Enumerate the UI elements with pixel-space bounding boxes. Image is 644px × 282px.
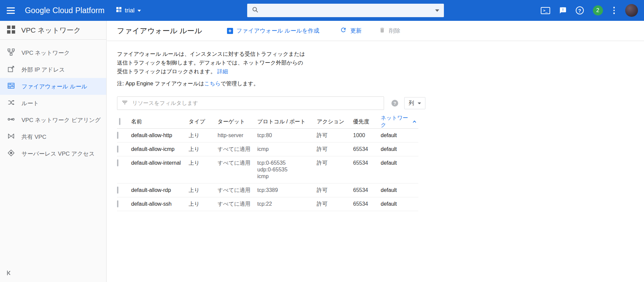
table-header-row: 名前 タイプ ターゲット プロトコル / ポート アクション 優先度 ネットワー… bbox=[117, 115, 418, 129]
filter-input[interactable] bbox=[132, 100, 380, 106]
table-row: default-allow-rdp 上り すべてに適用 tcp:3389 許可 … bbox=[117, 184, 418, 197]
refresh-icon bbox=[340, 27, 347, 35]
app-engine-note: 注: App Engine ファイアウォールはこちらで管理します。 bbox=[117, 80, 644, 87]
page-toolbar: ファイアウォール ルール + ファイアウォール ルールを作成 更新 削除 bbox=[107, 21, 644, 41]
table-row: default-allow-internal 上り すべてに適用 tcp:0-6… bbox=[117, 156, 418, 184]
columns-button[interactable]: 列 bbox=[404, 97, 425, 109]
learn-more-link[interactable]: 詳細 bbox=[217, 69, 228, 74]
sidebar-item-vpc-networks[interactable]: VPC ネットワーク bbox=[0, 44, 106, 61]
sidebar-item-shared-vpc[interactable]: 共有 VPC bbox=[0, 128, 106, 145]
column-header-action[interactable]: アクション bbox=[317, 118, 353, 125]
vpc-network-icon bbox=[7, 48, 15, 57]
table-row: default-allow-icmp 上り すべてに適用 icmp 許可 655… bbox=[117, 143, 418, 156]
rule-name[interactable]: default-allow-rdp bbox=[131, 184, 189, 197]
sort-ascending-icon bbox=[413, 121, 416, 124]
account-avatar[interactable] bbox=[625, 4, 638, 17]
sidebar: VPC ネットワーク VPC ネットワーク 外部 IP アドレス ファイアウォー… bbox=[0, 21, 107, 282]
description-text: ファイアウォール ルールは、インスタンスに対する受信トラフィックまたは送信トラフ… bbox=[117, 50, 308, 76]
column-header-network[interactable]: ネットワーク bbox=[381, 115, 418, 129]
resource-filter bbox=[117, 96, 384, 110]
search-icon bbox=[252, 6, 259, 14]
create-firewall-rule-button[interactable]: + ファイアウォール ルールを作成 bbox=[227, 27, 319, 35]
feedback-icon[interactable] bbox=[559, 7, 567, 14]
menu-icon[interactable] bbox=[7, 6, 15, 14]
routes-icon bbox=[7, 99, 15, 108]
delete-button[interactable]: 削除 bbox=[379, 27, 400, 35]
filter-bar: ? 列 bbox=[117, 96, 644, 110]
column-header-protocol[interactable]: プロトコル / ポート bbox=[257, 118, 317, 125]
search-dropdown-icon[interactable] bbox=[435, 9, 439, 12]
notifications-badge[interactable]: 2 bbox=[593, 5, 603, 15]
page-title: ファイアウォール ルール bbox=[117, 26, 202, 36]
refresh-button[interactable]: 更新 bbox=[340, 27, 362, 35]
main-content: ファイアウォール ルール + ファイアウォール ルールを作成 更新 削除 ファイ… bbox=[107, 21, 644, 282]
chevron-down-icon bbox=[138, 10, 141, 12]
column-header-name[interactable]: 名前 bbox=[131, 118, 189, 125]
select-all-checkbox[interactable] bbox=[119, 118, 120, 125]
external-ip-icon bbox=[7, 65, 15, 74]
firewall-rules-table: 名前 タイプ ターゲット プロトコル / ポート アクション 優先度 ネットワー… bbox=[117, 115, 418, 211]
rule-name[interactable]: default-allow-ssh bbox=[131, 197, 189, 211]
more-options-icon[interactable] bbox=[612, 5, 616, 15]
global-search bbox=[247, 4, 444, 17]
serverless-vpc-icon bbox=[7, 149, 15, 158]
vpc-logo-icon bbox=[7, 25, 15, 35]
brand-title[interactable]: Google Cloud Platform bbox=[25, 0, 105, 21]
row-checkbox[interactable] bbox=[117, 159, 118, 166]
project-icon bbox=[116, 7, 122, 14]
row-checkbox[interactable] bbox=[117, 200, 118, 207]
app-engine-firewall-link[interactable]: こちら bbox=[204, 81, 221, 86]
intro-section: ファイアウォール ルールは、インスタンスに対する受信トラフィックまたは送信トラフ… bbox=[107, 41, 644, 87]
project-selector[interactable]: trial bbox=[116, 0, 141, 21]
top-app-bar: Google Cloud Platform trial >_ ? 2 bbox=[0, 0, 644, 21]
shared-vpc-icon bbox=[7, 132, 15, 142]
filter-icon bbox=[121, 99, 128, 107]
sidebar-title: VPC ネットワーク bbox=[21, 26, 81, 35]
firewall-icon bbox=[7, 82, 15, 91]
rule-name[interactable]: default-allow-icmp bbox=[131, 143, 189, 156]
cloud-shell-icon[interactable]: >_ bbox=[541, 7, 550, 14]
sidebar-header: VPC ネットワーク bbox=[0, 21, 106, 40]
row-checkbox[interactable] bbox=[117, 187, 118, 194]
filter-help-icon[interactable]: ? bbox=[391, 100, 398, 107]
column-header-priority[interactable]: 優先度 bbox=[353, 118, 381, 125]
table-row: default-allow-http 上り http-server tcp:80… bbox=[117, 129, 418, 143]
row-checkbox[interactable] bbox=[117, 146, 118, 153]
row-checkbox[interactable] bbox=[117, 132, 118, 139]
help-icon[interactable]: ? bbox=[576, 6, 584, 14]
topbar-actions: >_ ? 2 bbox=[541, 0, 638, 21]
collapse-sidebar-icon[interactable] bbox=[5, 269, 13, 278]
add-icon: + bbox=[227, 28, 233, 34]
sidebar-item-routes[interactable]: ルート bbox=[0, 95, 106, 112]
chevron-down-icon bbox=[418, 103, 421, 104]
search-input[interactable] bbox=[263, 7, 435, 14]
column-header-type[interactable]: タイプ bbox=[189, 118, 218, 125]
table-row: default-allow-ssh 上り すべてに適用 tcp:22 許可 65… bbox=[117, 197, 418, 211]
delete-icon bbox=[379, 27, 385, 35]
column-header-target[interactable]: ターゲット bbox=[218, 118, 257, 125]
sidebar-item-vpc-peering[interactable]: VPC ネットワーク ピアリング bbox=[0, 112, 106, 128]
sidebar-item-serverless-vpc[interactable]: サーバーレス VPC アクセス bbox=[0, 145, 106, 162]
sidebar-nav: VPC ネットワーク 外部 IP アドレス ファイアウォール ルール ルート V… bbox=[0, 40, 106, 162]
sidebar-item-firewall-rules[interactable]: ファイアウォール ルール bbox=[0, 78, 106, 95]
peering-icon bbox=[7, 116, 15, 125]
sidebar-item-external-ip[interactable]: 外部 IP アドレス bbox=[0, 61, 106, 78]
project-name: trial bbox=[125, 7, 135, 14]
rule-name[interactable]: default-allow-internal bbox=[131, 156, 189, 170]
rule-name[interactable]: default-allow-http bbox=[131, 129, 189, 142]
